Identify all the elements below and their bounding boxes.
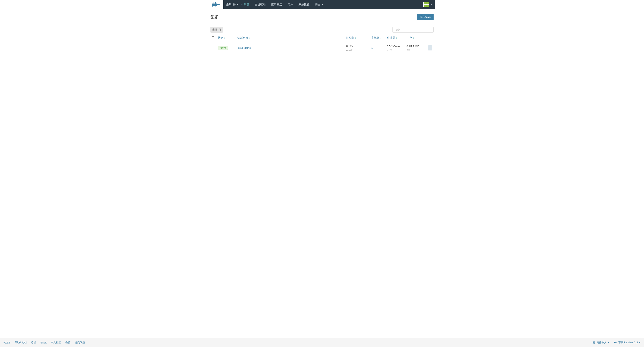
nav-item-node-drivers[interactable]: 主机驱动 bbox=[252, 0, 268, 9]
trash-icon bbox=[219, 28, 221, 31]
footer-link-wechat[interactable]: 微信 bbox=[66, 341, 70, 344]
cpu-percent: 27% bbox=[387, 48, 404, 51]
footer-link-help[interactable]: 帮助&文档 bbox=[15, 341, 26, 344]
search-input[interactable] bbox=[392, 27, 434, 33]
select-all-checkbox[interactable] bbox=[212, 36, 214, 39]
nav-item-settings[interactable]: 系统设置 bbox=[296, 0, 312, 9]
footer-link-cn-community[interactable]: 中文社区 bbox=[51, 341, 61, 344]
logo[interactable] bbox=[212, 2, 223, 7]
chevron-down-icon bbox=[608, 342, 609, 343]
download-cli[interactable]: 下载Rancher CLI bbox=[614, 341, 640, 344]
language-label: 简体中文 bbox=[596, 341, 606, 344]
language-selector[interactable]: 简体中文 bbox=[593, 341, 609, 344]
cpu-value: 0.5/2 Cores bbox=[387, 45, 404, 48]
footer-link-issue[interactable]: 提交问题 bbox=[75, 341, 85, 344]
svg-rect-0 bbox=[212, 3, 217, 6]
footer: v2.1.5 帮助&文档 论坛 Slack 中文社区 微信 提交问题 简体中文 … bbox=[0, 338, 644, 347]
clusters-table: 状态 集群名称 供应商 主机数 处理器 内存 Active cloud-demo… bbox=[210, 34, 434, 54]
cluster-name-link[interactable]: cloud-demo bbox=[238, 46, 251, 49]
svg-point-4 bbox=[216, 6, 216, 7]
chevron-down-icon bbox=[322, 4, 323, 5]
ram-percent: 8% bbox=[406, 48, 426, 51]
col-nodes[interactable]: 主机数 bbox=[370, 34, 386, 42]
sort-icon bbox=[396, 37, 397, 39]
svg-point-6 bbox=[219, 4, 220, 5]
sort-icon bbox=[355, 37, 356, 39]
version-label[interactable]: v2.1.5 bbox=[4, 341, 10, 344]
col-cpu[interactable]: 处理器 bbox=[386, 34, 406, 42]
chevron-down-icon bbox=[430, 4, 432, 5]
rancher-logo-icon bbox=[212, 2, 220, 7]
ram-value: 0.1/1.7 GiB bbox=[406, 45, 426, 48]
user-menu[interactable] bbox=[421, 0, 435, 9]
nav-item-clusters[interactable]: 集群 bbox=[241, 0, 252, 9]
top-nav: 全局 集群 主机驱动 应用商店 用户 系统设置 安全 bbox=[223, 0, 435, 9]
download-label: 下载Rancher CLI bbox=[618, 341, 638, 344]
sort-icon bbox=[413, 37, 414, 39]
row-actions-button[interactable]: ⋮ bbox=[428, 45, 432, 50]
download-icon bbox=[614, 341, 616, 344]
avatar bbox=[424, 2, 429, 7]
delete-label: 删除 bbox=[212, 28, 218, 31]
sort-icon bbox=[249, 37, 250, 39]
add-cluster-button[interactable]: 添加集群 bbox=[417, 14, 434, 20]
nav-item-catalogs[interactable]: 应用商店 bbox=[268, 0, 285, 9]
page-title: 集群 bbox=[210, 14, 219, 20]
nodes-link[interactable]: 1 bbox=[371, 46, 373, 49]
chevron-down-icon bbox=[237, 4, 238, 5]
svg-rect-2 bbox=[215, 2, 216, 4]
status-badge: Active bbox=[218, 46, 228, 50]
nav-item-security[interactable]: 安全 bbox=[312, 0, 326, 9]
nav-scope-dropdown[interactable]: 全局 bbox=[223, 0, 241, 9]
chevron-down-icon bbox=[639, 342, 640, 343]
svg-point-3 bbox=[212, 6, 213, 7]
col-state[interactable]: 状态 bbox=[217, 34, 236, 42]
globe-icon bbox=[593, 341, 595, 344]
nav-item-users[interactable]: 用户 bbox=[285, 0, 296, 9]
globe-icon bbox=[233, 3, 236, 6]
col-ram[interactable]: 内存 bbox=[406, 34, 427, 42]
col-name[interactable]: 集群名称 bbox=[236, 34, 345, 42]
svg-rect-5 bbox=[217, 4, 219, 5]
row-checkbox[interactable] bbox=[212, 46, 214, 49]
table-row: Active cloud-demo 自定义 v1.12.4 1 0.5/2 Co… bbox=[210, 42, 434, 54]
delete-button[interactable]: 删除 bbox=[210, 27, 223, 33]
footer-link-forums[interactable]: 论坛 bbox=[31, 341, 36, 344]
provider-version: v1.12.4 bbox=[346, 48, 369, 51]
col-provider[interactable]: 供应商 bbox=[345, 34, 370, 42]
provider-value: 自定义 bbox=[346, 44, 369, 48]
nav-scope-label: 全局 bbox=[226, 0, 232, 9]
footer-link-slack[interactable]: Slack bbox=[40, 341, 46, 344]
svg-rect-1 bbox=[214, 2, 214, 4]
sort-icon bbox=[380, 37, 382, 39]
sort-icon bbox=[224, 37, 225, 39]
